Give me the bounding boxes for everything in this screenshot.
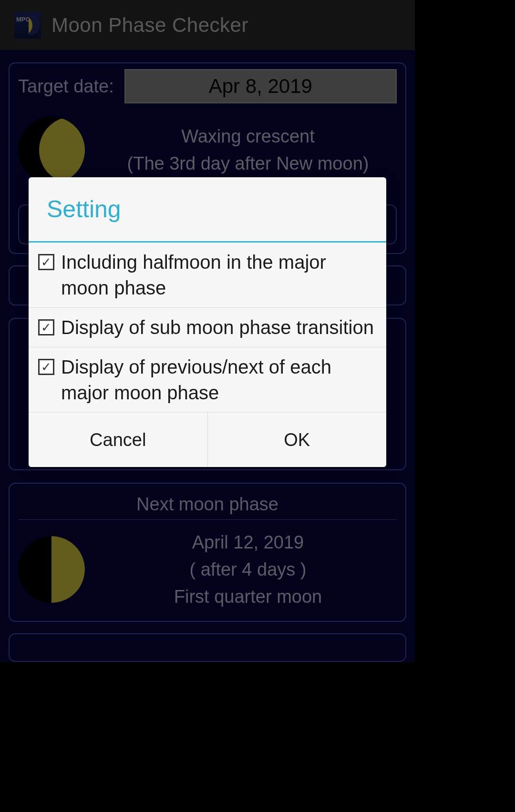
dialog-buttons: Cancel OK <box>29 413 386 467</box>
option-label: Including halfmoon in the major moon pha… <box>61 249 377 301</box>
option-label: Display of sub moon phase transition <box>61 315 374 340</box>
checkbox-icon[interactable] <box>38 319 54 335</box>
option-label: Display of previous/next of each major m… <box>61 354 377 406</box>
ok-button[interactable]: OK <box>207 413 387 467</box>
checkbox-icon[interactable] <box>38 359 54 375</box>
checkbox-icon[interactable] <box>38 254 54 270</box>
option-prev-next[interactable]: Display of previous/next of each major m… <box>29 347 386 413</box>
cancel-button[interactable]: Cancel <box>29 413 207 467</box>
option-sub-transition[interactable]: Display of sub moon phase transition <box>29 308 386 347</box>
dialog-title: Setting <box>29 177 386 241</box>
settings-dialog: Setting Including halfmoon in the major … <box>29 177 386 467</box>
option-include-halfmoon[interactable]: Including halfmoon in the major moon pha… <box>29 243 386 308</box>
